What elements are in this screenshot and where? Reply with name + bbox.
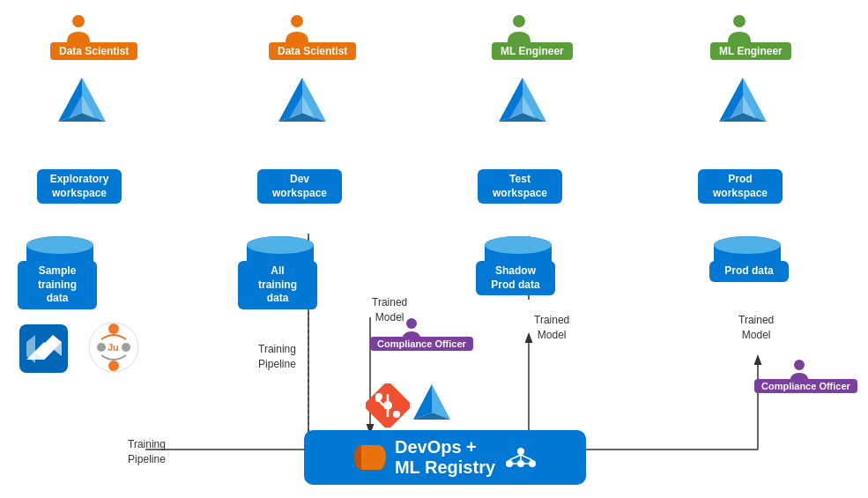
svg-point-34: [97, 343, 106, 352]
svg-point-9: [72, 15, 85, 27]
role-badge-mle1: ML Engineer: [492, 42, 573, 60]
diagram: Data Scientist Data Scientist ML Enginee…: [0, 0, 868, 498]
svg-text:Ju: Ju: [108, 342, 119, 353]
svg-line-54: [509, 455, 521, 460]
vscode-icon: [19, 324, 68, 373]
azure-ml-logo-dev: [271, 71, 333, 132]
svg-point-38: [794, 360, 805, 370]
text-trained-model-1: TrainedModel: [372, 295, 407, 325]
db-label-prod: Prod data: [709, 261, 789, 282]
devops-label: DevOps +ML Registry: [395, 437, 495, 478]
db-label-sample: Sampletraining data: [18, 261, 97, 309]
role-badge-ds2: Data Scientist: [269, 42, 356, 60]
role-badge-ds1: Data Scientist: [50, 42, 137, 60]
svg-point-40: [383, 401, 392, 410]
person-icon-ds2: [282, 12, 312, 42]
svg-line-55: [521, 455, 532, 460]
svg-point-42: [393, 411, 400, 418]
svg-point-37: [406, 318, 417, 329]
svg-point-21: [247, 236, 314, 254]
text-trained-model-3: TrainedModel: [738, 313, 774, 343]
azure-ml-logo-test: [492, 71, 553, 132]
svg-point-10: [291, 15, 303, 27]
pipeline-icon: [352, 444, 386, 471]
svg-point-32: [108, 323, 119, 334]
text-training-pipeline-2: TrainingPipeline: [128, 437, 166, 467]
svg-point-46: [375, 397, 381, 402]
svg-point-17: [26, 236, 93, 254]
svg-point-35: [122, 343, 130, 352]
text-training-pipeline-1: TrainingPipeline: [258, 342, 296, 372]
svg-point-29: [714, 236, 781, 254]
workspace-label-dev: Devworkspace: [257, 169, 342, 204]
person-icon-mle1: [504, 12, 534, 42]
azure-ml-logo-exploratory: [51, 71, 113, 132]
workspace-label-test: Testworkspace: [478, 169, 562, 204]
network-icon: [504, 444, 538, 471]
text-trained-model-2: TrainedModel: [534, 313, 569, 343]
azure-ml-logo-prod: [712, 71, 774, 132]
svg-point-49: [372, 445, 386, 470]
db-label-all: Alltraining data: [238, 261, 317, 309]
workspace-label-exploratory: Exploratoryworkspace: [37, 169, 122, 204]
devops-banner: DevOps +ML Registry: [304, 430, 586, 485]
db-label-shadow: ShadowProd data: [476, 261, 555, 295]
workspace-label-prod: Prodworkspace: [698, 169, 783, 204]
person-icon-ds1: [63, 12, 93, 42]
svg-point-33: [108, 360, 119, 371]
svg-point-12: [733, 15, 746, 27]
svg-point-11: [513, 15, 525, 27]
role-badge-mle2: ML Engineer: [710, 42, 791, 60]
svg-point-25: [485, 236, 552, 254]
compliance-badge-1: Compliance Officer: [370, 337, 473, 351]
azure-ml-logo-registry: [410, 381, 454, 425]
person-icon-mle2: [724, 12, 754, 42]
svg-point-50: [517, 448, 524, 455]
compliance-badge-2: Compliance Officer: [754, 379, 857, 393]
git-icon: [366, 383, 410, 427]
jupyter-icon: Ju: [88, 322, 139, 373]
